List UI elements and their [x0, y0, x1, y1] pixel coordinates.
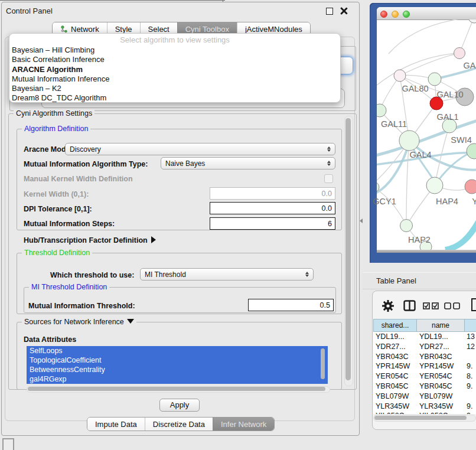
tab-style-label: Style [115, 25, 132, 34]
hub-definition-section[interactable]: Hub/Transcription Factor Definition [24, 236, 156, 244]
algorithm-item-selected[interactable]: ARACNE Algorithm [12, 65, 340, 74]
node-label: GAL11 [381, 119, 407, 129]
settings-scrollbar-thumb[interactable] [345, 118, 351, 380]
data-attributes-list[interactable]: SelfLoops TopologicalCoefficient Between… [27, 346, 328, 384]
bottom-tabbar: Impute Data Discretize Data Infer Networ… [87, 417, 275, 431]
gear-icon[interactable] [382, 299, 395, 312]
node-gal11[interactable] [377, 104, 386, 117]
aracne-mode-combo[interactable]: Discovery [65, 143, 335, 155]
node-gal4[interactable] [399, 131, 419, 151]
mi-steps-label: Mutual Information Steps: [24, 220, 115, 228]
attribute-item[interactable]: gal4RGexp [27, 374, 328, 384]
table-row[interactable]: YLR345WYLR345W9. [373, 402, 476, 412]
table-row[interactable]: YBR045CYBR045C9. [373, 381, 476, 392]
cell: YLR345W [373, 402, 419, 412]
table-row[interactable]: YDR27...YDR27...12 [373, 342, 476, 352]
table-row[interactable]: YBR043CYBR043C [373, 352, 476, 362]
attributes-scrollbar-thumb[interactable] [321, 348, 325, 379]
cell [467, 352, 476, 362]
node-label: GCY1 [373, 197, 396, 206]
highlighted-edge[interactable] [445, 220, 476, 250]
table-row[interactable]: YIL052CYIL052C9 [373, 411, 476, 414]
which-threshold-combo[interactable]: MI Threshold [140, 268, 314, 281]
kernel-width-field[interactable] [210, 187, 335, 200]
mi-type-combo[interactable]: Naive Bayes [161, 157, 335, 169]
table-hscrollbar-thumb[interactable] [374, 416, 467, 420]
mi-type-value: Naive Bayes [165, 159, 205, 168]
attribute-item[interactable]: BetweennessCentrality [27, 365, 328, 374]
cell: YER054C [419, 371, 467, 381]
cell: YDR27... [373, 342, 419, 352]
tab-jactivemnodules-label: jActiveMNodules [245, 25, 302, 34]
deselect-all-icon[interactable] [444, 302, 460, 309]
manual-kernel-checkbox[interactable] [324, 174, 333, 183]
control-panel-title: Control Panel [6, 6, 53, 15]
table-row[interactable]: YER054CYER054C8. [373, 371, 476, 381]
columns-icon[interactable] [403, 300, 416, 311]
attribute-item[interactable]: TopologicalCoefficient [27, 356, 328, 365]
cell [467, 392, 476, 402]
column-header-shared-name[interactable]: shared... [373, 319, 417, 332]
collapse-arrow-icon[interactable] [127, 319, 134, 324]
mi-steps-field[interactable] [210, 217, 335, 230]
column-header-partial[interactable] [465, 319, 476, 332]
node[interactable] [454, 48, 465, 59]
stepper-icon [324, 146, 331, 152]
node-gal10[interactable] [428, 73, 441, 86]
hub-definition-label: Hub/Transcription Factor Definition [24, 236, 148, 244]
zoom-traffic-light[interactable] [403, 11, 410, 18]
panel-collapse-arrow-icon[interactable] [360, 219, 363, 223]
cell: YDL19... [419, 332, 467, 342]
node-label: GAL4 [409, 150, 431, 159]
attributes-hscrollbar-thumb[interactable] [28, 387, 325, 391]
which-threshold-value: MI Threshold [145, 270, 186, 279]
select-all-icon[interactable] [423, 302, 439, 309]
node-table[interactable]: YDL19...YDL19...13 YDR27...YDR27...12 YB… [373, 332, 476, 414]
restore-panel-button[interactable] [2, 438, 14, 450]
attribute-item[interactable]: SelfLoops [27, 346, 328, 356]
tab-discretize-data[interactable]: Discretize Data [145, 418, 213, 431]
algorithm-item[interactable]: Basic Correlation Inference [12, 55, 340, 64]
algorithm-item[interactable]: Dream8 DC_TDC Algorithm [12, 93, 340, 103]
dpi-tolerance-field[interactable] [210, 202, 335, 214]
cell: YIL052C [419, 411, 467, 414]
screen: Control Panel Network Style Select Cyni … [0, 0, 476, 450]
tab-impute-data[interactable]: Impute Data [87, 418, 145, 431]
node-hap4[interactable] [426, 177, 443, 194]
node-label: HAP4 [436, 197, 458, 206]
minimize-traffic-light[interactable] [392, 11, 399, 18]
tab-discretize-data-label: Discretize Data [153, 420, 205, 429]
column-header-name[interactable]: name [417, 319, 465, 332]
algorithm-item[interactable]: Mutual Information Inference [12, 74, 340, 84]
node[interactable] [467, 144, 476, 159]
popup-hint: Select algorithm to view settings [9, 34, 340, 45]
close-traffic-light[interactable] [380, 11, 387, 18]
algorithm-definition-title: Algorithm Definition [22, 125, 90, 133]
tab-infer-network[interactable]: Infer Network [213, 418, 274, 431]
cell: YER054C [373, 371, 419, 381]
document-icon[interactable] [471, 298, 476, 312]
sources-group-title[interactable]: Sources for Network Inference [22, 318, 136, 326]
node[interactable] [468, 19, 476, 23]
table-row[interactable]: YDL19...YDL19...13 [373, 332, 476, 342]
mi-threshold-label: Mutual Information Threshold: [28, 302, 135, 310]
table-row[interactable]: YBL079WYBL079W [373, 392, 476, 402]
node-salmon[interactable] [465, 180, 476, 194]
window-bottom-shadow [377, 250, 476, 253]
cell: YPR145W [373, 361, 419, 371]
manual-kernel-label: Manual Kernel Width Definition [24, 175, 133, 183]
mi-type-label: Mutual Information Algorithm Type: [24, 160, 148, 168]
network-window-titlebar[interactable] [377, 7, 476, 20]
float-window-icon[interactable] [326, 8, 333, 15]
apply-button[interactable]: Apply [159, 399, 200, 412]
node-hap2[interactable] [400, 220, 413, 232]
cyni-settings-title: Cyni Algorithm Settings [14, 109, 94, 118]
algorithm-item[interactable]: Bayesian – K2 [12, 84, 340, 93]
node-gal80[interactable] [394, 70, 406, 81]
mi-threshold-field[interactable] [248, 299, 334, 311]
table-row[interactable]: YPR145WYPR145W9. [373, 361, 476, 371]
close-icon[interactable] [340, 7, 348, 15]
tab-cyni-toolbox-label: Cyni Toolbox [185, 25, 229, 34]
algorithm-item[interactable]: Bayesian – Hill Climbing [12, 45, 340, 55]
expand-arrow-icon[interactable] [151, 236, 156, 243]
